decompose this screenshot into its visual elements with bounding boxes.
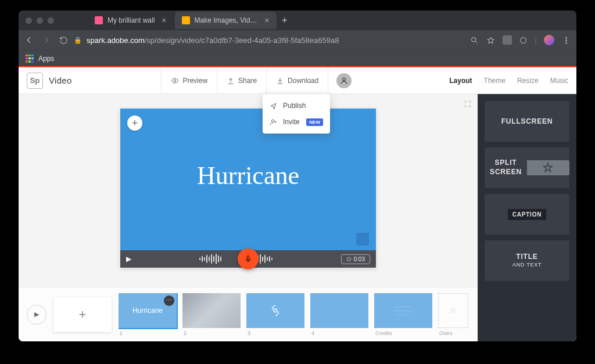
timeline-slide[interactable]: — —— — ——— — —— —— —— — Credits xyxy=(374,293,432,336)
tab-resize[interactable]: Resize xyxy=(517,77,539,85)
eye-icon xyxy=(171,77,179,85)
app-header: Sp Video Preview Share Download xyxy=(19,67,576,94)
favicon-icon xyxy=(95,16,103,24)
lock-icon: 🔒 xyxy=(74,37,82,44)
app-title: Video xyxy=(49,75,72,85)
waveform xyxy=(137,254,335,264)
svg-point-3 xyxy=(565,39,567,41)
close-icon[interactable]: × xyxy=(162,16,166,25)
add-element-button[interactable]: + xyxy=(127,116,142,131)
user-icon xyxy=(340,77,348,85)
svg-point-2 xyxy=(565,37,567,38)
publish-item[interactable]: Publish xyxy=(263,98,330,114)
slide-title[interactable]: Hurricane xyxy=(120,161,376,190)
svg-point-6 xyxy=(343,78,346,81)
tab-music[interactable]: Music xyxy=(550,77,568,85)
layout-split-screen[interactable]: SPLITSCREEN ☆ xyxy=(485,147,569,188)
extension-icon[interactable] xyxy=(503,35,512,45)
user-avatar[interactable] xyxy=(336,73,352,88)
new-badge: NEW xyxy=(306,118,323,126)
timeline-slide[interactable]: 4 xyxy=(310,293,368,336)
svg-point-5 xyxy=(174,80,177,82)
star-icon: ☆ xyxy=(542,160,554,175)
back-button[interactable] xyxy=(24,35,34,45)
duration-badge[interactable]: 0:03 xyxy=(341,254,370,264)
close-icon[interactable]: × xyxy=(264,16,269,25)
forward-button[interactable] xyxy=(42,35,51,45)
browser-tab-active[interactable]: Make Images, Videos and Web… × xyxy=(175,12,277,29)
favicon-icon xyxy=(182,16,190,24)
spark-logo-icon[interactable]: Sp xyxy=(27,73,43,89)
timeline-slide[interactable]: 2 xyxy=(182,293,241,336)
clock-icon xyxy=(346,257,352,262)
svg-rect-8 xyxy=(247,256,249,260)
layout-fullscreen[interactable]: FULLSCREEN xyxy=(485,101,569,142)
share-button[interactable]: Share xyxy=(217,67,266,93)
hurricane-icon xyxy=(269,304,282,317)
menu-icon[interactable] xyxy=(561,35,571,45)
star-icon[interactable] xyxy=(486,35,496,45)
share-icon xyxy=(227,77,235,85)
slide-options-icon[interactable]: ⋯ xyxy=(164,295,174,306)
layout-caption[interactable]: CAPTION xyxy=(485,194,569,235)
invite-icon xyxy=(270,118,277,126)
reload-button[interactable] xyxy=(59,36,68,45)
browser-tab[interactable]: My brilliant wall × xyxy=(88,12,174,29)
extension-icon[interactable] xyxy=(519,35,528,45)
profile-avatar[interactable] xyxy=(544,35,554,45)
svg-point-0 xyxy=(472,37,476,42)
bookmarks-bar: Apps xyxy=(19,50,576,66)
playback-bar: ▶ 0:03 xyxy=(120,250,376,268)
timeline-play-button[interactable]: ▶ xyxy=(27,305,46,325)
preview-button[interactable]: Preview xyxy=(161,67,217,93)
play-button[interactable]: ▶ xyxy=(126,255,131,263)
add-slide-button[interactable]: + xyxy=(53,297,112,332)
invite-item[interactable]: Invite NEW xyxy=(263,114,330,130)
watermark-icon xyxy=(356,233,369,246)
download-button[interactable]: Download xyxy=(266,67,328,93)
apps-label[interactable]: Apps xyxy=(38,55,54,63)
search-icon[interactable] xyxy=(470,35,479,45)
layout-sidebar: FULLSCREEN SPLITSCREEN ☆ CAPTION TITLEAN… xyxy=(478,94,576,341)
download-icon xyxy=(276,77,284,85)
tab-layout[interactable]: Layout xyxy=(449,77,472,85)
timeline-outro[interactable]: ▢ Outro xyxy=(438,293,468,336)
publish-icon xyxy=(270,102,277,110)
svg-point-1 xyxy=(521,37,526,43)
svg-point-4 xyxy=(565,42,567,43)
record-button[interactable] xyxy=(238,248,259,269)
timeline-slide[interactable]: 3 xyxy=(246,293,304,336)
apps-icon[interactable] xyxy=(26,55,34,63)
microphone-icon xyxy=(244,255,252,263)
layout-title-text[interactable]: TITLEAND TEXT xyxy=(485,240,569,281)
svg-point-7 xyxy=(271,120,274,122)
slide-canvas[interactable]: + Hurricane ▶ xyxy=(120,109,376,268)
tab-title: My brilliant wall xyxy=(107,16,155,24)
share-dropdown: Publish Invite NEW xyxy=(263,94,330,134)
window-controls[interactable] xyxy=(26,17,54,24)
new-tab-button[interactable]: + xyxy=(278,13,292,27)
svg-point-10 xyxy=(274,309,277,312)
tab-title: Make Images, Videos and Web… xyxy=(195,16,258,24)
timeline-slide[interactable]: Hurricane ⋯ 1 xyxy=(119,293,177,336)
timeline: ▶ + Hurricane ⋯ 1 2 xyxy=(19,287,478,341)
tab-theme[interactable]: Theme xyxy=(484,77,506,85)
url-field[interactable]: 🔒 spark.adobe.com/sp/design/video/c7a0df… xyxy=(74,36,464,45)
browser-titlebar: My brilliant wall × Make Images, Videos … xyxy=(19,10,576,30)
address-bar: 🔒 spark.adobe.com/sp/design/video/c7a0df… xyxy=(19,30,576,50)
